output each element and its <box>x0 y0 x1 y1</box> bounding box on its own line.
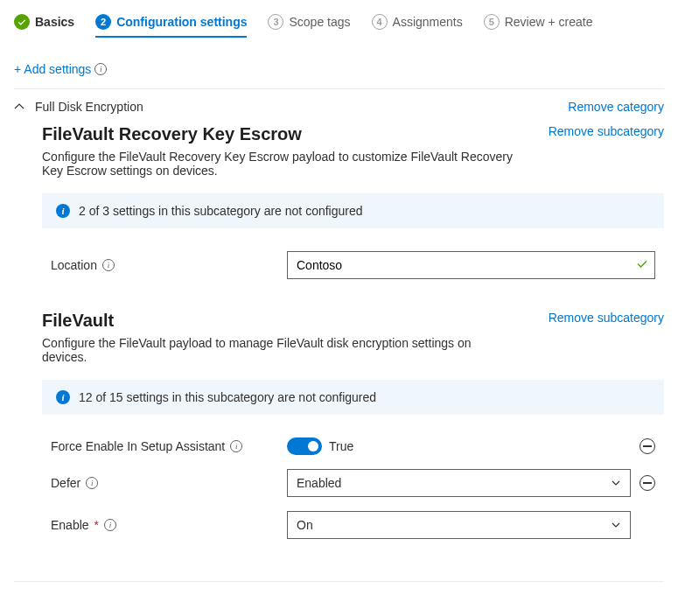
remove-setting-button[interactable] <box>640 438 655 454</box>
info-bar-text: 2 of 3 settings in this subcategory are … <box>79 204 363 218</box>
step-number-badge: 5 <box>484 14 500 30</box>
category-name: Full Disk Encryption <box>35 100 143 114</box>
step-label: Configuration settings <box>116 15 247 29</box>
setting-label-text: Enable <box>51 518 89 532</box>
info-icon[interactable]: i <box>86 477 98 489</box>
step-number-badge: 3 <box>268 14 283 30</box>
info-icon[interactable]: i <box>104 519 116 531</box>
setting-label-text: Force Enable In Setup Assistant <box>51 439 225 453</box>
setting-enable: Enable * i On <box>42 504 664 546</box>
chevron-down-icon <box>611 478 621 488</box>
setting-defer: Defer i Enabled <box>42 462 664 504</box>
step-assignments[interactable]: 4 Assignments <box>372 14 463 37</box>
subcategory-filevault-recovery-key-escrow: FileVault Recovery Key Escrow Remove sub… <box>14 124 664 286</box>
divider <box>14 581 664 582</box>
setting-label-text: Defer <box>51 476 80 490</box>
subcategory-title: FileVault <box>42 311 114 331</box>
step-label: Basics <box>35 15 74 29</box>
setting-location: Location i <box>42 244 664 286</box>
step-number-badge: 4 <box>372 14 388 30</box>
info-bar: i 12 of 15 settings in this subcategory … <box>42 380 664 415</box>
enable-select[interactable]: On <box>287 511 631 539</box>
add-settings-link[interactable]: + Add settings i <box>14 62 107 76</box>
step-label: Assignments <box>393 15 463 29</box>
step-scope-tags[interactable]: 3 Scope tags <box>268 14 350 37</box>
select-value: On <box>297 518 313 532</box>
step-basics[interactable]: Basics <box>14 14 74 37</box>
remove-subcategory-link[interactable]: Remove subcategory <box>549 311 664 325</box>
chevron-up-icon <box>14 102 24 112</box>
setting-label-text: Location <box>51 258 97 272</box>
subcategory-description: Configure the FileVault payload to manag… <box>42 336 514 364</box>
setting-force-enable-setup-assistant: Force Enable In Setup Assistant i True <box>42 430 664 462</box>
step-label: Scope tags <box>289 15 350 29</box>
info-icon[interactable]: i <box>94 63 107 75</box>
info-icon[interactable]: i <box>102 259 115 271</box>
step-label: Review + create <box>505 15 593 29</box>
remove-setting-button[interactable] <box>640 475 655 491</box>
info-bar-text: 12 of 15 settings in this subcategory ar… <box>79 390 376 404</box>
category-toggle[interactable]: Full Disk Encryption <box>14 100 143 114</box>
subcategory-description: Configure the FileVault Recovery Key Esc… <box>42 150 514 178</box>
category-header: Full Disk Encryption Remove category <box>14 89 664 124</box>
defer-select[interactable]: Enabled <box>287 469 631 497</box>
toggle-state-label: True <box>329 439 353 453</box>
chevron-down-icon <box>611 520 621 530</box>
svg-rect-1 <box>643 482 652 484</box>
subcategory-filevault: FileVault Remove subcategory Configure t… <box>14 311 664 546</box>
step-review-create[interactable]: 5 Review + create <box>484 14 593 37</box>
info-icon: i <box>56 390 70 404</box>
step-configuration-settings[interactable]: 2 Configuration settings <box>95 14 247 37</box>
force-enable-toggle[interactable] <box>287 438 322 455</box>
checkmark-icon <box>636 258 648 273</box>
remove-subcategory-link[interactable]: Remove subcategory <box>549 124 664 138</box>
check-icon <box>14 14 30 30</box>
select-value: Enabled <box>297 476 341 490</box>
svg-rect-0 <box>643 445 652 447</box>
required-asterisk: * <box>94 518 99 532</box>
wizard-steps: Basics 2 Configuration settings 3 Scope … <box>14 14 664 45</box>
info-bar: i 2 of 3 settings in this subcategory ar… <box>42 193 664 228</box>
info-icon[interactable]: i <box>230 440 242 452</box>
add-settings-label: + Add settings <box>14 62 91 76</box>
step-number-badge: 2 <box>95 14 111 30</box>
location-input[interactable] <box>287 251 655 279</box>
subcategory-title: FileVault Recovery Key Escrow <box>42 124 302 144</box>
info-icon: i <box>56 204 70 218</box>
remove-category-link[interactable]: Remove category <box>568 100 664 114</box>
